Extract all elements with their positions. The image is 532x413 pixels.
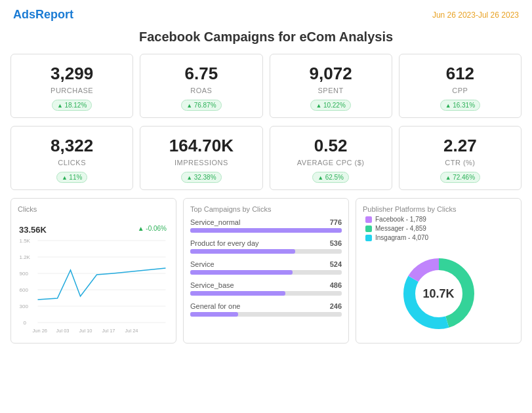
bar-fill [190,291,285,296]
metric-badge: 62.5% [312,172,349,183]
metric-badge: 32.38% [181,172,221,183]
svg-text:900: 900 [20,271,29,277]
svg-text:1.5K: 1.5K [20,238,31,244]
line-chart-area: 33.56K ▲ -0.06% 1.5K 1.2K 900 600 300 0 [18,216,169,330]
svg-text:1.2K: 1.2K [20,254,31,260]
metric-value: 0.52 [277,136,385,156]
bar-bg [190,270,342,275]
svg-text:600: 600 [20,287,29,293]
legend-label: Messager - 4,859 [375,225,426,232]
metric-label: Impressions [147,159,255,167]
bar-name: General for one [190,302,240,310]
metric-badge: 16.31% [440,100,480,111]
metric-card-row1-2: 9,072 SPENT 10.22% [270,54,392,118]
metric-badge: 10.22% [310,100,350,111]
donut-chart-title: Publisher Platforms by Clicks [363,205,514,213]
line-chart-main-value: 33.56K [19,225,47,235]
bar-fill [190,312,238,317]
metrics-row2: 8,322 Clicks 11% 164.70K Impressions 32.… [0,126,532,190]
metric-badge: 11% [56,172,87,183]
bar-fill [190,249,295,254]
donut-chart-card: Publisher Platforms by Clicks Facebook -… [356,198,522,344]
bar-value: 776 [330,218,342,226]
bar-item-2: Service 524 [190,260,342,275]
donut-area: Facebook - 1,789 Messager - 4,859 Insgag… [363,216,514,336]
bar-bg [190,228,342,233]
line-chart-delta: ▲ -0.06% [138,225,167,232]
metric-label: SPENT [277,87,385,94]
bar-item-4: General for one 246 [190,302,342,317]
bar-item-0: Service_normal 776 [190,218,342,233]
legend-dot [365,216,372,223]
metric-label: ROAS [147,87,255,94]
svg-text:Jul 03: Jul 03 [56,328,70,334]
metric-label: CPP [406,87,514,94]
bar-name: Service [190,260,215,268]
bar-fill [190,228,342,233]
bar-name: Product for every day [190,239,259,247]
line-chart-svg: 1.5K 1.2K 900 600 300 0 Jun 26 Jul 03 Ju… [18,234,169,336]
metric-label: PURCHASE [18,87,126,94]
bar-chart-items: Service_normal 776 Product for every day… [190,218,342,317]
bar-item-3: Service_base 486 [190,281,342,296]
bar-value: 536 [330,239,342,247]
line-chart-card: Clicks 33.56K ▲ -0.06% 1.5K 1.2K 900 600… [10,198,176,344]
bar-chart-title: Top Campaigns by Clicks [190,205,342,213]
metric-label: Average CPC ($) [277,159,385,167]
date-range: Jun 26 2023-Jul 26 2023 [432,10,519,20]
metric-label: Clicks [18,159,126,167]
bar-fill [190,270,293,275]
svg-text:Jul 10: Jul 10 [79,328,92,334]
bar-bg [190,249,342,254]
legend-dot [365,226,372,232]
metric-value: 6.75 [147,64,255,84]
metric-card-row1-0: 3,299 PURCHASE 18.12% [10,54,133,118]
legend-item-2: Insgagram - 4,070 [365,234,428,241]
metric-value: 8,322 [18,136,126,156]
bar-chart-card: Top Campaigns by Clicks Service_normal 7… [183,198,349,344]
page-title: Facebook Campaigns for eCom Analysis [0,30,532,45]
bar-item-1: Product for every day 536 [190,239,342,254]
svg-text:Jul 17: Jul 17 [102,328,115,334]
legend-dot [365,235,372,241]
donut-legend: Facebook - 1,789 Messager - 4,859 Insgag… [363,216,428,243]
metric-badge: 72.46% [440,172,480,183]
svg-text:0: 0 [24,320,27,326]
metric-card-row1-1: 6.75 ROAS 76.87% [140,54,262,118]
metric-value: 612 [406,64,514,84]
metric-value: 3,299 [18,64,126,84]
metric-card-row2-0: 8,322 Clicks 11% [10,126,133,190]
donut-center-value: 10.7K [422,287,454,301]
bar-bg [190,291,342,296]
metric-value: 9,072 [277,64,385,84]
metric-label: CTR (%) [406,159,514,167]
metric-badge: 18.12% [52,100,92,111]
legend-label: Facebook - 1,789 [375,216,426,223]
bar-value: 246 [330,302,342,310]
metrics-row1: 3,299 PURCHASE 18.12% 6.75 ROAS 76.87% 9… [0,54,532,118]
metric-value: 2.27 [406,136,514,156]
line-chart-title: Clicks [18,205,169,213]
svg-text:Jul 24: Jul 24 [125,328,138,334]
app-header: AdsReport Jun 26 2023-Jul 26 2023 [0,0,532,24]
metric-card-row2-3: 2.27 CTR (%) 72.46% [399,126,522,190]
bar-name: Service_base [190,281,234,289]
charts-row: Clicks 33.56K ▲ -0.06% 1.5K 1.2K 900 600… [0,198,532,354]
bar-bg [190,312,342,317]
metric-card-row2-1: 164.70K Impressions 32.38% [140,126,262,190]
metric-card-row1-3: 612 CPP 16.31% [399,54,522,118]
bar-value: 486 [330,281,342,289]
metric-badge: 76.87% [181,100,221,111]
bar-value: 524 [330,260,342,268]
legend-label: Insgagram - 4,070 [375,234,428,241]
legend-item-0: Facebook - 1,789 [365,216,428,223]
legend-item-1: Messager - 4,859 [365,225,428,232]
svg-text:300: 300 [20,304,29,309]
donut-container: 10.7K [396,251,481,336]
svg-text:Jun 26: Jun 26 [33,328,48,334]
bar-name: Service_normal [190,218,240,226]
metric-card-row2-2: 0.52 Average CPC ($) 62.5% [270,126,392,190]
app-logo: AdsReport [13,8,73,22]
metric-value: 164.70K [147,136,255,156]
